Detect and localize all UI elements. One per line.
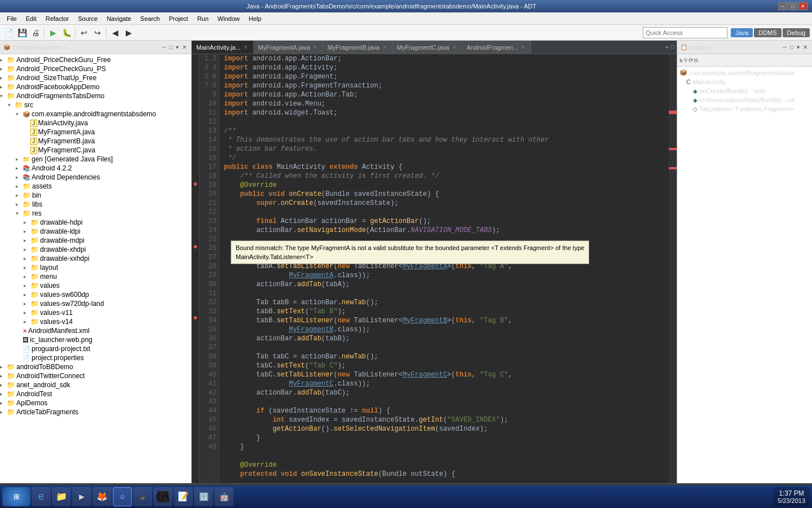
forward-button[interactable]: ▶ [122,27,135,39]
minimize-button[interactable]: ─ [778,2,787,10]
outline-menu-button[interactable]: ▾ [796,44,801,50]
taskbar-cmd-button[interactable]: C:\ [153,487,173,506]
close-button[interactable]: ✕ [798,2,807,10]
tab-myfragmentc-close[interactable]: × [452,44,457,50]
tree-item-ic_launcher-web.png[interactable]: 🖼ic_launcher-web.png [0,335,191,344]
menu-source[interactable]: Source [73,14,102,23]
menu-project[interactable]: Project [164,14,192,23]
tree-item-apidemos[interactable]: ▸📁ApiDemos [0,398,191,408]
tree-item-values-v11[interactable]: ▸📁values-v11 [0,308,191,317]
tab-androidfragment-close[interactable]: × [520,44,526,50]
tab-myfragmentb-close[interactable]: × [382,44,387,50]
tree-item-androidfacebookappdemo[interactable]: ▸📁AndroidFacebookAppDemo [0,82,191,91]
quick-access-input[interactable] [643,27,727,38]
panel-minimize-button[interactable]: ─ [161,44,167,50]
outline-sort-button[interactable]: ⇅ [679,57,683,64]
menu-navigate[interactable]: Navigate [102,14,135,23]
taskbar-eclipse-button[interactable]: ⊙ [113,487,132,506]
tree-item-menu[interactable]: ▸📁menu [0,272,191,281]
redo-button[interactable]: ↪ [91,27,104,39]
tree-item-android-4.2.2[interactable]: ▸📚Android 4.2.2 [0,164,191,173]
tab-myfragmenta[interactable]: MyFragmentA.java × [254,41,323,54]
tree-item-android_pricecheckguru_ps[interactable]: ▸📁Android_PriceCheckGuru_PS [0,64,191,73]
tree-item-drawable-xxhdpi[interactable]: ▸📁drawable-xxhdpi [0,254,191,263]
undo-button[interactable]: ↩ [78,27,90,39]
debug-button[interactable]: 🐛 [60,27,73,39]
tab-mainactivity-close[interactable]: × [243,44,249,50]
outline-class-mainactivity[interactable]: C MainActivity [677,77,812,86]
menu-run[interactable]: Run [193,14,213,23]
print-button[interactable]: 🖨 [29,27,42,39]
tree-item-androidmanifest.xml[interactable]: ✕AndroidManifest.xml [0,326,191,335]
outline-method-oncreate[interactable]: ◆ onCreate(Bundle) : void [677,86,812,95]
panel-menu-button[interactable]: ▾ [175,44,180,50]
panel-maximize-button[interactable]: □ [168,44,174,50]
tree-item-values[interactable]: ▸📁values [0,281,191,290]
tree-item-bin[interactable]: ▸📁bin [0,191,191,200]
start-button[interactable]: ⊞ [2,487,30,506]
menu-window[interactable]: Window [213,14,244,23]
taskbar-media-button[interactable]: ▶ [72,487,91,506]
tree-item-gen-[generated-java-files][interactable]: ▸📁gen [Generated Java Files] [0,155,191,164]
tree-item-drawable-ldpi[interactable]: ▸📁drawable-ldpi [0,227,191,236]
tree-item-androidtwitterconnect[interactable]: ▸📁AndroidTwitterConnect [0,371,191,380]
menu-refactor[interactable]: Refactor [41,14,74,23]
tree-item-articletabfragments[interactable]: ▸📁ArticleTabFragments [0,408,191,417]
tree-item-src[interactable]: ▾📁src [0,100,191,110]
save-button[interactable]: 💾 [16,27,28,39]
menu-search[interactable]: Search [136,14,165,23]
back-button[interactable]: ◀ [109,27,121,39]
tree-item-android-dependencies[interactable]: ▸📚Android Dependencies [0,173,191,182]
menu-edit[interactable]: Edit [21,14,41,23]
outline-collapse-button[interactable]: ⊟ [694,57,698,64]
tree-item-anet_android_sdk[interactable]: ▸📁anet_android_sdk [0,380,191,389]
outline-filter-button[interactable]: ▽ [684,57,687,64]
tab-myfragmenta-close[interactable]: × [312,44,318,50]
taskbar-android-button[interactable]: 🤖 [214,487,233,506]
menu-file[interactable]: File [2,14,21,23]
outline-maximize-button[interactable]: □ [789,44,795,50]
tree-item-drawable-xhdpi[interactable]: ▸📁drawable-xhdpi [0,245,191,254]
run-button[interactable]: ▶ [47,27,59,39]
outline-minimize-button[interactable]: ─ [782,44,788,50]
taskbar-ie-button[interactable]: e [32,487,51,506]
taskbar-notepad-button[interactable]: 📝 [174,487,193,506]
tree-item-androidtobbdemo[interactable]: ▸📁androidToBBDemo [0,362,191,371]
tree-item-layout[interactable]: ▸📁layout [0,263,191,272]
tree-item-values-sw720dp-land[interactable]: ▸📁values-sw720dp-land [0,299,191,308]
tree-item-com.example.androidfragmentstabsdemo[interactable]: ▾📦com.example.androidfragmentstabsdemo [0,110,191,119]
tree-item-assets[interactable]: ▸📁assets [0,182,191,191]
tree-item-mainactivity.java[interactable]: JMainActivity.java [0,119,191,128]
code-editor[interactable]: import android.app.ActionBar; import and… [219,54,669,483]
java-perspective-button[interactable]: Java [731,28,753,37]
tree-item-proguard-project.txt[interactable]: 📄proguard-project.txt [0,344,191,353]
new-button[interactable]: 📄 [2,27,15,39]
outline-sync-button[interactable]: ⟳ [689,57,693,64]
tree-item-androidtest[interactable]: ▸📁AndroidTest [0,389,191,398]
taskbar-java-button[interactable]: ☕ [133,487,152,506]
maximize-button[interactable]: □ [788,2,797,10]
tree-item-res[interactable]: ▾📁res [0,209,191,218]
ddms-perspective-button[interactable]: DDMS [754,28,781,37]
tree-item-drawable-hdpi[interactable]: ▸📁drawable-hdpi [0,218,191,227]
panel-close-button[interactable]: ✕ [181,44,188,50]
tree-item-android_pricecheckguru_free[interactable]: ▸📁Android_PriceCheckGuru_Free [0,55,191,64]
tree-item-project.properties[interactable]: 📄project.properties [0,353,191,362]
tree-item-values-v14[interactable]: ▸📁values-v14 [0,317,191,326]
menu-help[interactable]: Help [244,14,266,23]
tab-list-button[interactable]: ▾ [665,44,669,51]
tree-item-android_sizethatup_free[interactable]: ▸📁Android_SizeThatUp_Free [0,73,191,82]
outline-close-button[interactable]: ✕ [802,44,809,50]
debug-perspective-button[interactable]: Debug [783,28,810,37]
taskbar-explorer-button[interactable]: 📁 [52,487,71,506]
tree-item-values-sw600dp[interactable]: ▸📁values-sw600dp [0,290,191,299]
tree-item-myfragmentc.java[interactable]: JMyFragmentC.java [0,146,191,155]
tree-item-myfragmentb.java[interactable]: JMyFragmentB.java [0,137,191,146]
taskbar-calc-button[interactable]: 🔢 [194,487,213,506]
tab-mainactivity[interactable]: MainActivity.ja... × [192,41,254,54]
tree-item-androidfragmentstabsdemo[interactable]: ▾📁AndroidFragmentsTabsDemo [0,91,191,100]
tab-maximize-button[interactable]: □ [671,44,674,50]
tree-item-drawable-mdpi[interactable]: ▸📁drawable-mdpi [0,236,191,245]
tab-myfragmentc[interactable]: MyFragmentC.java × [392,41,462,54]
taskbar-firefox-button[interactable]: 🦊 [92,487,112,506]
